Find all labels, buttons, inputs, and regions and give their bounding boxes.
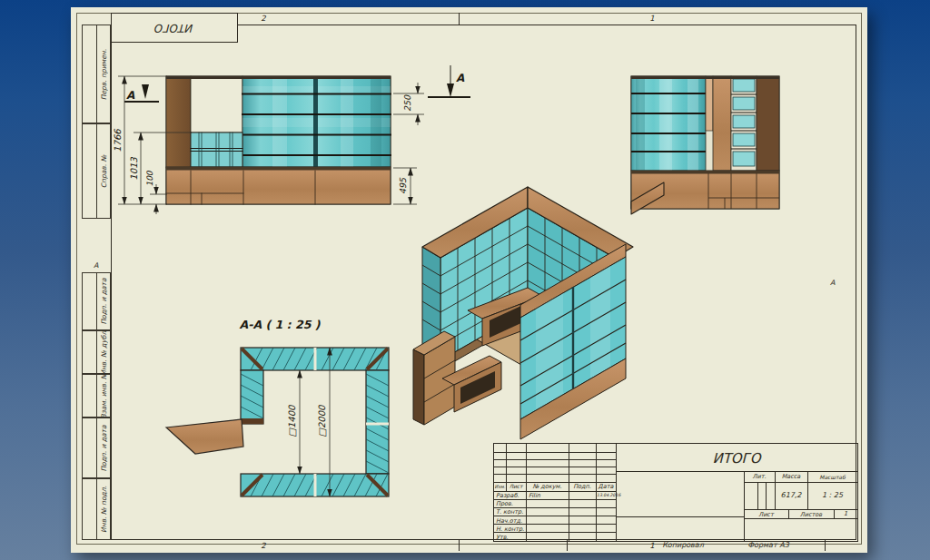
tb-row-label: Нач.отд.: [496, 517, 522, 525]
dim-base-height: 495: [398, 177, 408, 194]
tb-mass-label: Масса: [775, 473, 807, 480]
tb-list-label: Лист: [744, 511, 788, 518]
desktop-background: 2 1 2 1 A A ИТОГО Перв. примен. Справ. №…: [0, 0, 930, 560]
tb-mass-value: 617,2: [775, 491, 807, 499]
dim-plan-inner: □1400: [287, 404, 297, 437]
view-front-elevation: [166, 76, 391, 204]
tb-row-label: Разраб.: [496, 492, 519, 499]
tb-lit-label: Лит.: [744, 473, 775, 480]
tb-col-list: Лист: [506, 483, 526, 489]
tb-row-date: 13.04.2016: [597, 493, 620, 497]
tb-col-podp: Подп.: [569, 483, 596, 490]
view-isometric: [413, 182, 664, 439]
section-letter-left: A: [126, 89, 135, 102]
tb-row-label: Т. контр.: [496, 508, 523, 516]
section-plan-title: А-А ( 1 : 25 ): [240, 318, 321, 331]
tb-scale-label: Масштаб: [807, 474, 857, 480]
dim-shelf-gap: 250: [402, 94, 412, 112]
tb-row-label: Н. контр.: [496, 526, 524, 533]
tb-col-data: Дата: [596, 483, 616, 490]
dim-plinth: 100: [145, 170, 154, 186]
section-mark-left: A: [124, 84, 159, 102]
dim-plan-outer: □2000: [317, 404, 327, 437]
tb-col-doc: № докум.: [526, 483, 569, 490]
tb-listov-label: Листов: [788, 511, 834, 518]
drawing-sheet: 2 1 2 1 A A ИТОГО Перв. примен. Справ. №…: [71, 7, 867, 553]
title-block: Изм. Лист № докум. Подп. Дата Разраб. Fi…: [493, 443, 858, 542]
tb-row-label: Пров.: [496, 500, 513, 507]
view-section-plan: А-А ( 1 : 25 ) □1400 □2000: [166, 318, 389, 496]
footer-copied-label: Копировал: [647, 541, 719, 549]
tb-row-label: Утв.: [496, 534, 509, 541]
tb-scale-value: 1 : 25: [807, 491, 857, 499]
tb-designation: ИТОГО: [616, 450, 857, 467]
tb-listov-value: 1: [834, 510, 857, 517]
section-mark-right: A: [428, 65, 470, 97]
plan-door-leaf: [166, 419, 243, 454]
tb-col-izm: Изм.: [494, 484, 506, 489]
footer-format-label: Формат А3: [732, 541, 805, 549]
dim-total-height: 1766: [113, 128, 123, 152]
section-letter-right: A: [456, 72, 465, 84]
tb-row-value: Filin: [529, 492, 540, 499]
dim-mid-height: 1013: [129, 157, 139, 181]
